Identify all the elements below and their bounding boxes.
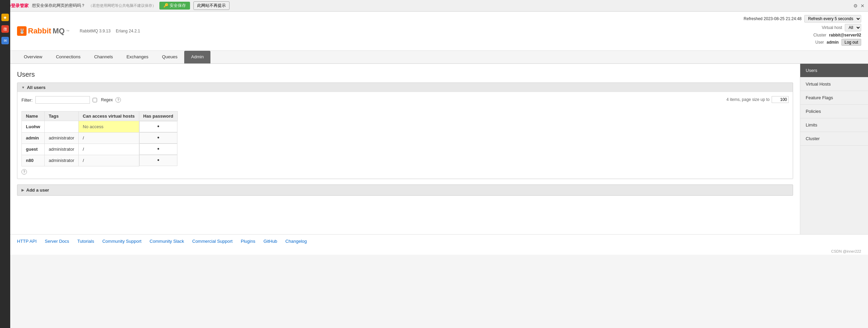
footer-plugins[interactable]: Plugins bbox=[241, 239, 255, 244]
user-admin-name[interactable]: admin bbox=[22, 132, 45, 144]
footer-http-api[interactable]: HTTP API bbox=[17, 239, 37, 244]
footer-github[interactable]: GitHub bbox=[264, 239, 277, 244]
logo-rabbit-text: Rabbit bbox=[28, 27, 51, 35]
sidebar-item-users[interactable]: Users bbox=[800, 64, 868, 77]
regex-help-icon[interactable]: ? bbox=[115, 97, 121, 103]
col-tags: Tags bbox=[44, 111, 78, 121]
sidebar-item-virtual-hosts[interactable]: Virtual Hosts bbox=[800, 77, 868, 91]
col-vhosts: Can access virtual hosts bbox=[79, 111, 139, 121]
sidebar-item-limits[interactable]: Limits bbox=[800, 118, 868, 132]
logo-icon: 🐰 bbox=[17, 26, 27, 36]
browser-sidebar: ★ 微 ✉ bbox=[0, 0, 10, 255]
tab-overview[interactable]: Overview bbox=[17, 51, 49, 63]
page-size-input[interactable] bbox=[772, 96, 789, 103]
user-luohw-password: • bbox=[139, 121, 178, 132]
bottom-credit: CSDN @inner222 bbox=[10, 248, 868, 255]
footer-community-support[interactable]: Community Support bbox=[102, 239, 141, 244]
erlang-version: Erlang 24.2.1 bbox=[116, 29, 140, 33]
user-row: User admin Log out bbox=[744, 39, 861, 46]
user-guest-name[interactable]: guest bbox=[22, 144, 45, 155]
logo-mq-text: MQ bbox=[52, 27, 64, 35]
footer-changelog[interactable]: Changelog bbox=[285, 239, 307, 244]
browser-bar-right: ⚙ ✕ bbox=[853, 3, 865, 9]
users-table: Name Tags Can access virtual hosts Has p… bbox=[21, 111, 178, 166]
regex-label: Regex bbox=[101, 98, 113, 102]
vhost-row: Virtual host All / bbox=[744, 24, 861, 31]
collapse-arrow: ▼ bbox=[21, 86, 25, 89]
footer-links: HTTP API Server Docs Tutorials Community… bbox=[10, 234, 868, 248]
sidebar-item-policies[interactable]: Policies bbox=[800, 105, 868, 118]
add-user-arrow: ▶ bbox=[21, 188, 24, 192]
user-luohw-vhosts: No access bbox=[79, 121, 139, 133]
tab-channels[interactable]: Channels bbox=[87, 51, 120, 63]
user-admin-tags: administrator bbox=[44, 132, 78, 144]
user-n80-name[interactable]: n80 bbox=[22, 155, 45, 166]
all-users-label: All users bbox=[27, 85, 46, 90]
user-n80-vhosts: / bbox=[79, 155, 139, 166]
footer-tutorials[interactable]: Tutorials bbox=[77, 239, 94, 244]
prompt-text: 想安全保存此网页的密码吗？ bbox=[32, 3, 85, 9]
vhost-label: Virtual host bbox=[822, 25, 842, 30]
user-admin-vhosts: / bbox=[79, 132, 139, 144]
table-row: admin administrator / • bbox=[22, 132, 178, 144]
cluster-name: rabbit@server02 bbox=[829, 33, 861, 38]
all-users-section: ▼ All users Filter: Regex ? bbox=[17, 83, 793, 179]
sidebar-item-feature-flags[interactable]: Feature Flags bbox=[800, 91, 868, 105]
no-remind-button[interactable]: 此网站不再提示 bbox=[193, 1, 230, 10]
footer-community-slack[interactable]: Community Slack bbox=[149, 239, 184, 244]
table-help-icon[interactable]: ? bbox=[21, 169, 27, 175]
logout-button[interactable]: Log out bbox=[841, 39, 861, 46]
tab-queues[interactable]: Queues bbox=[155, 51, 185, 63]
app-header: 🐰 RabbitMQ™ RabbitMQ 3.9.13 Erlang 24.2.… bbox=[10, 12, 868, 51]
all-users-body: Filter: Regex ? 4 items, page size up to bbox=[17, 92, 793, 179]
add-user-header[interactable]: ▶ Add a user bbox=[17, 185, 793, 195]
refresh-row: Refreshed 2023-08-25 21:24:48 Refresh ev… bbox=[744, 15, 861, 23]
user-name: admin bbox=[827, 40, 839, 45]
col-name: Name bbox=[22, 111, 45, 121]
rabbitmq-version: RabbitMQ 3.9.13 bbox=[80, 29, 111, 33]
main-wrapper: 🐰 RabbitMQ™ RabbitMQ 3.9.13 Erlang 24.2.… bbox=[10, 12, 868, 255]
header-left: 🐰 RabbitMQ™ RabbitMQ 3.9.13 Erlang 24.2.… bbox=[17, 26, 144, 36]
weibo-icon[interactable]: 微 bbox=[1, 25, 9, 33]
save-password-button[interactable]: 🔑 安全保存 bbox=[159, 2, 190, 10]
sidebar-item-cluster[interactable]: Cluster bbox=[800, 132, 868, 146]
items-count-text: 4 items, page size up to bbox=[726, 97, 770, 102]
mail-icon[interactable]: ✉ bbox=[1, 37, 9, 44]
regex-checkbox[interactable] bbox=[93, 98, 97, 102]
settings-icon[interactable]: ⚙ bbox=[853, 3, 858, 9]
logo-tm: ™ bbox=[66, 29, 69, 33]
vhost-select[interactable]: All / bbox=[845, 24, 861, 31]
user-guest-tags: administrator bbox=[44, 144, 78, 155]
items-count: 4 items, page size up to bbox=[726, 96, 789, 103]
filter-row: Filter: Regex ? bbox=[21, 96, 121, 104]
nav-tabs: Overview Connections Channels Exchanges … bbox=[10, 51, 868, 64]
user-luohw-name[interactable]: Luohw bbox=[22, 121, 45, 133]
footer-server-docs[interactable]: Server Docs bbox=[45, 239, 69, 244]
page-content: Users ▼ All users Filter: Regex bbox=[10, 64, 868, 234]
prompt-sub: （若您使用网吧等公共电脑不建议保存） bbox=[89, 3, 156, 8]
all-users-header[interactable]: ▼ All users bbox=[17, 83, 793, 92]
refresh-select[interactable]: Refresh every 5 seconds Every 10 seconds… bbox=[804, 15, 861, 23]
browser-bar: 360登录管家 想安全保存此网页的密码吗？ （若您使用网吧等公共电脑不建议保存）… bbox=[0, 0, 868, 12]
user-admin-password: • bbox=[139, 132, 178, 144]
user-n80-tags: administrator bbox=[44, 155, 78, 166]
tab-connections[interactable]: Connections bbox=[49, 51, 87, 63]
header-right: Refreshed 2023-08-25 21:24:48 Refresh ev… bbox=[744, 15, 861, 47]
star-icon[interactable]: ★ bbox=[1, 14, 9, 21]
user-guest-vhosts: / bbox=[79, 144, 139, 155]
user-label: User bbox=[815, 40, 824, 45]
filter-label: Filter: bbox=[21, 98, 33, 103]
refreshed-text: Refreshed 2023-08-25 21:24:48 bbox=[744, 16, 802, 21]
user-luohw-tags bbox=[44, 121, 78, 133]
main-area: Users ▼ All users Filter: Regex bbox=[10, 64, 800, 234]
filter-input[interactable] bbox=[35, 96, 90, 104]
page-title: Users bbox=[17, 71, 793, 78]
cluster-row: Cluster rabbit@server02 bbox=[744, 33, 861, 38]
footer-commercial-support[interactable]: Commercial Support bbox=[192, 239, 233, 244]
close-icon[interactable]: ✕ bbox=[861, 3, 865, 9]
tab-exchanges[interactable]: Exchanges bbox=[120, 51, 155, 63]
tab-admin[interactable]: Admin bbox=[184, 51, 210, 63]
user-n80-password: • bbox=[139, 155, 178, 166]
add-user-section: ▶ Add a user bbox=[17, 184, 793, 196]
rabbitmq-logo: 🐰 RabbitMQ™ bbox=[17, 26, 69, 36]
